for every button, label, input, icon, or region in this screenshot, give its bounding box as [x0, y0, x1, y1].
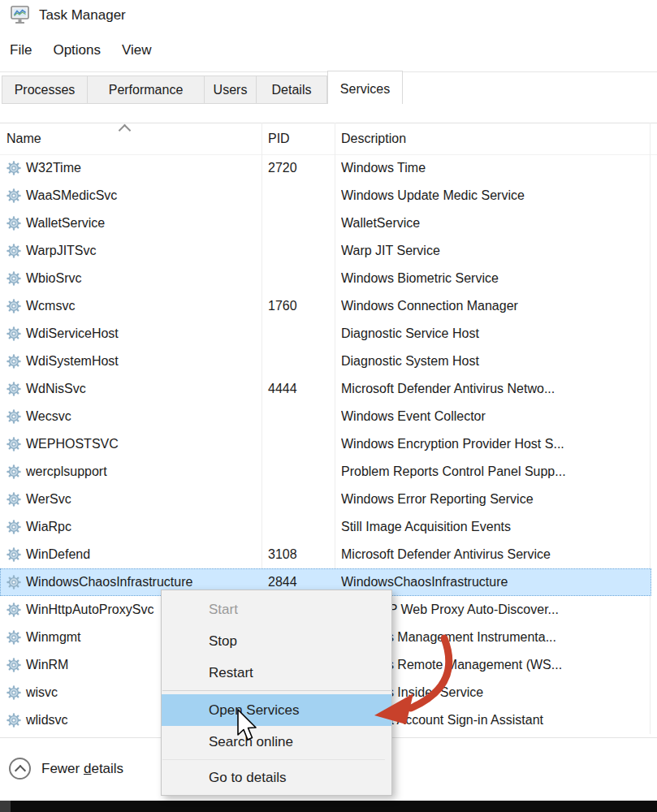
service-description: Diagnostic Service Host	[341, 320, 654, 348]
tab-services[interactable]: Services	[327, 71, 403, 104]
gear-icon	[6, 630, 21, 645]
table-row[interactable]: wercplsupport Problem Reports Control Pa…	[0, 458, 651, 486]
menu-item-go-to-details[interactable]: Go to details	[162, 762, 391, 793]
table-row[interactable]: WalletService WalletService	[0, 209, 651, 237]
sort-ascending-icon	[119, 124, 132, 137]
gear-icon	[6, 464, 21, 479]
gear-icon	[6, 382, 21, 396]
gear-icon	[6, 244, 21, 258]
bottom-bar-notch	[0, 801, 11, 812]
service-pid: 3108	[268, 541, 297, 568]
gear-icon	[6, 216, 21, 231]
service-name: Wecsvc	[26, 403, 71, 430]
service-name: WinHttpAutoProxySvc	[26, 596, 153, 624]
table-row[interactable]: WbioSrvc Windows Biometric Service	[0, 265, 651, 292]
menu-separator	[162, 690, 391, 691]
gear-icon	[6, 713, 21, 728]
column-header-pid[interactable]: PID	[268, 132, 290, 146]
service-name: Wcmsvc	[26, 292, 75, 320]
tab-users[interactable]: Users	[205, 76, 257, 104]
service-name: wisvc	[26, 679, 58, 706]
menu-item-stop[interactable]: Stop	[162, 625, 391, 657]
column-header-description[interactable]: Description	[341, 132, 406, 146]
table-row[interactable]: WerSvc Windows Error Reporting Service	[0, 486, 651, 513]
service-name: wlidsvc	[26, 706, 68, 734]
table-row[interactable]: WiaRpc Still Image Acquisition Events	[0, 513, 651, 541]
menu-item-start: Start	[162, 594, 391, 625]
service-name: WaaSMedicSvc	[26, 182, 117, 209]
window-title: Task Manager	[39, 7, 126, 24]
service-name: W32Time	[26, 154, 81, 182]
gear-icon	[6, 658, 21, 672]
service-description: Windows Encryption Provider Host S...	[341, 430, 654, 458]
service-name: WinDefend	[26, 541, 90, 568]
menu-item-open-services[interactable]: Open Services	[162, 694, 391, 726]
service-name: WalletService	[26, 209, 105, 237]
table-row[interactable]: WdiServiceHost Diagnostic Service Host	[0, 320, 651, 348]
task-manager-app-icon	[10, 5, 31, 26]
service-pid: 1760	[268, 292, 297, 320]
table-row[interactable]: W32Time 2720 Windows Time	[0, 154, 651, 182]
service-name: WinRM	[26, 651, 68, 679]
service-name: WdiServiceHost	[26, 320, 119, 348]
service-name: WEPHOSTSVC	[26, 430, 119, 458]
menubar-item-options[interactable]: Options	[53, 42, 101, 58]
menu-item-restart[interactable]: Restart	[162, 657, 391, 689]
menubar: FileOptionsView	[10, 42, 152, 58]
tab-performance[interactable]: Performance	[88, 76, 205, 104]
table-row[interactable]: WinDefend 3108 Microsoft Defender Antivi…	[0, 541, 651, 568]
service-description: Windows Time	[341, 154, 654, 182]
menu-item-search-online[interactable]: Search online	[162, 726, 391, 758]
gear-icon	[6, 271, 21, 286]
service-name: WdNisSvc	[26, 375, 86, 403]
service-description: WalletService	[341, 209, 654, 237]
tabstrip: ProcessesPerformanceUsersDetailsServices	[2, 71, 403, 104]
table-row[interactable]: WarpJITSvc Warp JIT Service	[0, 237, 651, 265]
service-pid: 2720	[268, 154, 297, 182]
service-name: WarpJITSvc	[26, 237, 97, 265]
service-description: Windows Event Collector	[341, 403, 654, 430]
gear-icon	[6, 603, 21, 617]
service-name: WiaRpc	[26, 513, 71, 541]
service-description: Windows Biometric Service	[341, 265, 654, 292]
table-row[interactable]: WdiSystemHost Diagnostic System Host	[0, 348, 651, 375]
service-description: Problem Reports Control Panel Supp...	[341, 458, 654, 486]
context-menu: StartStopRestartOpen ServicesSearch onli…	[161, 590, 392, 796]
tab-processes[interactable]: Processes	[2, 76, 88, 104]
table-row[interactable]: WdNisSvc 4444 Microsoft Defender Antivir…	[0, 375, 651, 403]
service-description: Windows Update Medic Service	[341, 182, 654, 209]
gear-icon	[6, 492, 21, 507]
gear-icon	[6, 685, 21, 700]
service-description: Microsoft Defender Antivirus Service	[341, 541, 654, 568]
bottom-black-bar	[0, 801, 657, 812]
table-row[interactable]: Wcmsvc 1760 Windows Connection Manager	[0, 292, 651, 320]
service-name: wercplsupport	[26, 458, 107, 486]
titlebar: Task Manager	[10, 5, 126, 26]
table-row[interactable]: WaaSMedicSvc Windows Update Medic Servic…	[0, 182, 651, 209]
service-description: Windows Connection Manager	[341, 292, 654, 320]
service-name: Winmgmt	[26, 624, 81, 651]
service-name: WdiSystemHost	[26, 348, 119, 375]
fewer-details-button[interactable]: Fewer details	[9, 758, 123, 780]
gear-icon	[6, 161, 21, 175]
menu-separator	[162, 759, 385, 760]
table-header: Name PID Description	[0, 123, 657, 155]
service-name: WbioSrvc	[26, 265, 81, 292]
menubar-item-view[interactable]: View	[122, 42, 152, 58]
gear-icon	[6, 575, 21, 590]
gear-icon	[6, 520, 21, 534]
tab-details[interactable]: Details	[257, 76, 327, 104]
fewer-details-label: Fewer details	[41, 761, 123, 777]
column-header-name[interactable]: Name	[6, 132, 41, 146]
service-description: Windows Error Reporting Service	[341, 486, 654, 513]
service-pid: 4444	[268, 375, 297, 403]
menubar-item-file[interactable]: File	[10, 42, 32, 58]
task-manager-window: Task Manager FileOptionsView ProcessesPe…	[0, 0, 657, 812]
service-description: Warp JIT Service	[341, 237, 654, 265]
service-name: WerSvc	[26, 486, 71, 513]
table-row[interactable]: WEPHOSTSVC Windows Encryption Provider H…	[0, 430, 651, 458]
gear-icon	[6, 299, 21, 313]
table-row[interactable]: Wecsvc Windows Event Collector	[0, 403, 651, 430]
gear-icon	[6, 547, 21, 562]
chevron-up-circle-icon	[9, 758, 31, 780]
